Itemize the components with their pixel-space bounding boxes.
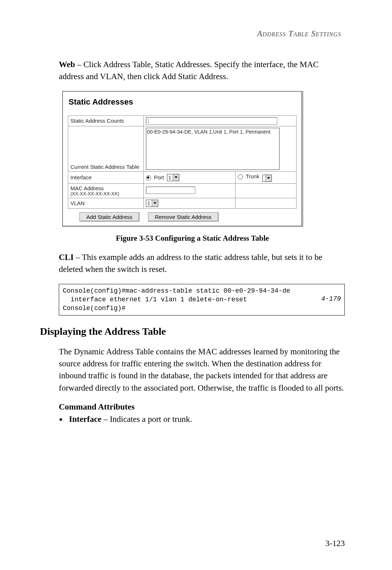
row-vlan: VLAN 1 xyxy=(68,198,297,208)
port-select-value: 1 xyxy=(168,175,171,180)
port-radio-label: Port xyxy=(154,174,164,180)
mac-format-hint: (XX-XX-XX-XX-XX-XX) xyxy=(70,191,141,196)
screenshot-figure: Static Addresses Static Address Counts 1… xyxy=(62,91,303,227)
cli-ref: 4-179 xyxy=(321,294,341,303)
web-instruction: Web – Click Address Table, Static Addres… xyxy=(59,58,345,83)
cli-text: This example adds an address to the stat… xyxy=(59,253,322,274)
cli-instruction: CLI – This example adds an address to th… xyxy=(59,251,345,276)
mac-input[interactable] xyxy=(146,187,195,194)
add-static-address-button[interactable]: Add Static Address xyxy=(79,212,139,221)
remove-static-address-button[interactable]: Remove Static Address xyxy=(148,212,219,221)
web-lead: Web xyxy=(59,60,75,69)
list-item[interactable]: 00-E0-29-94-34-DE, VLAN 1,Unit 1, Port 1… xyxy=(147,129,278,135)
port-radio[interactable] xyxy=(146,175,151,180)
chevron-down-icon xyxy=(173,174,179,181)
row-current-table: Current Static Address Table 00-E0-29-94… xyxy=(68,126,297,171)
section-heading: Displaying the Address Table xyxy=(40,326,345,337)
trunk-radio[interactable] xyxy=(238,174,243,179)
cli-line: interface ethernet 1/1 vlan 1 delete-on-… xyxy=(63,296,247,303)
port-select[interactable]: 1 xyxy=(167,174,179,181)
cli-dash: – xyxy=(74,253,82,262)
web-dash: – xyxy=(75,60,83,69)
section-body: The Dynamic Address Table contains the M… xyxy=(59,346,345,394)
vlan-select[interactable]: 1 xyxy=(146,200,158,207)
attr-desc: Indicates a port or trunk. xyxy=(110,415,192,424)
chevron-down-icon xyxy=(152,200,158,207)
figure-caption: Figure 3-53 Configuring a Static Address… xyxy=(40,234,345,243)
cli-lead: CLI xyxy=(59,253,74,262)
page-number: 3-123 xyxy=(325,539,345,548)
current-table-label: Current Static Address Table xyxy=(68,126,144,171)
vlan-select-value: 1 xyxy=(147,200,150,206)
cli-output: Console(config)#mac-address-table static… xyxy=(59,284,345,315)
count-label: Static Address Counts xyxy=(68,115,144,126)
interface-label: Interface xyxy=(68,171,144,183)
chevron-down-icon xyxy=(265,175,271,182)
current-address-listbox[interactable]: 00-E0-29-94-34-DE, VLAN 1,Unit 1, Port 1… xyxy=(146,128,279,170)
web-text: Click Address Table, Static Addresses. S… xyxy=(59,60,319,81)
cli-line: Console(config)# xyxy=(63,305,126,312)
attr-dash: – xyxy=(101,415,110,424)
command-attributes-heading: Command Attributes xyxy=(59,402,345,412)
row-count: Static Address Counts 1 xyxy=(68,115,297,126)
page-header: Address Table Settings xyxy=(40,29,341,38)
row-mac: MAC Address (XX-XX-XX-XX-XX-XX) xyxy=(68,183,297,198)
count-input[interactable]: 1 xyxy=(146,117,277,125)
mac-label: MAC Address xyxy=(70,185,141,191)
trunk-radio-label: Trunk xyxy=(246,173,260,179)
cli-line: Console(config)#mac-address-table static… xyxy=(63,287,290,294)
screenshot-title: Static Addresses xyxy=(69,97,297,107)
vlan-label: VLAN xyxy=(68,198,144,208)
trunk-select[interactable] xyxy=(262,175,272,182)
attr-interface: Interface – Indicates a port or trunk. xyxy=(67,413,345,426)
row-interface: Interface Port 1 Trunk xyxy=(68,171,297,183)
attr-term: Interface xyxy=(69,415,101,424)
